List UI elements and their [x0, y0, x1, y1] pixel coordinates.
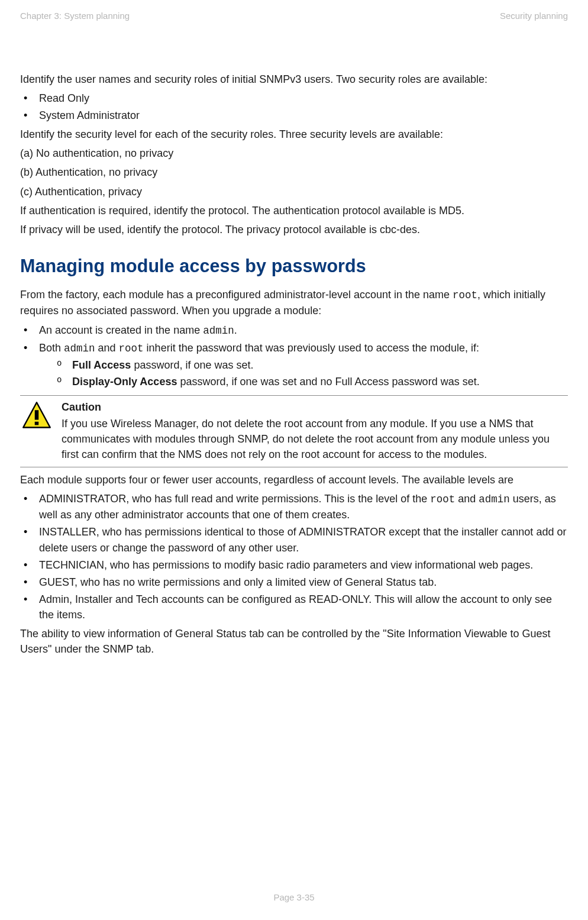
account-levels-list: ADMINISTRATOR, who has full read and wri… — [20, 491, 568, 622]
text-fragment: and — [95, 342, 119, 354]
svg-rect-1 — [35, 411, 39, 420]
list-item: An account is created in the name admin. — [20, 322, 568, 338]
sub-list: Full Access password, if one was set. Di… — [39, 357, 568, 389]
text-fragment: From the factory, each module has a prec… — [20, 289, 453, 301]
page: Chapter 3: System planning Security plan… — [0, 0, 588, 920]
security-level-b: (b) Authentication, no privacy — [20, 164, 568, 180]
header-right: Security planning — [500, 11, 568, 21]
code-root: root — [119, 343, 144, 354]
security-level-c: (c) Authentication, privacy — [20, 184, 568, 199]
text-fragment: Both — [39, 342, 64, 354]
list-item: System Administrator — [20, 108, 568, 123]
list-item: TECHNICIAN, who has permissions to modif… — [20, 557, 568, 573]
section-heading-managing-passwords: Managing module access by passwords — [20, 253, 568, 279]
code-admin: admin — [64, 343, 95, 354]
page-header: Chapter 3: System planning Security plan… — [20, 11, 568, 21]
text-fragment: An account is created in the name — [39, 324, 203, 336]
list-item: Both admin and root inherit the password… — [20, 340, 568, 390]
privacy-protocol-paragraph: If privacy will be used, identify the pr… — [20, 222, 568, 237]
header-left: Chapter 3: System planning — [20, 11, 130, 21]
auth-protocol-paragraph: If authentication is required, identify … — [20, 203, 568, 218]
security-level-intro: Identify the security level for each of … — [20, 127, 568, 142]
upgrade-list: An account is created in the name admin.… — [20, 322, 568, 390]
roles-list: Read Only System Administrator — [20, 91, 568, 123]
text-fragment: password, if one was set and no Full Acc… — [177, 376, 479, 388]
list-item: Read Only — [20, 91, 568, 106]
page-footer: Page 3-35 — [20, 864, 568, 905]
code-admin: admin — [479, 493, 510, 505]
intro-paragraph: Identify the user names and security rol… — [20, 72, 568, 87]
list-item: Admin, Installer and Tech accounts can b… — [20, 592, 568, 622]
text-fragment: inherit the password that was previously… — [144, 342, 479, 354]
page-content: Identify the user names and security rol… — [20, 68, 568, 864]
caution-text: Caution If you use Wireless Manager, do … — [62, 399, 568, 461]
list-item: ADMINISTRATOR, who has full read and wri… — [20, 491, 568, 522]
closing-paragraph: The ability to view information of Gener… — [20, 626, 568, 657]
text-fragment: . — [234, 324, 237, 336]
caution-box: Caution If you use Wireless Manager, do … — [20, 395, 568, 467]
bold-label: Display-Only Access — [72, 376, 177, 388]
code-admin: admin — [203, 325, 234, 337]
svg-rect-2 — [35, 422, 39, 425]
caution-body: If you use Wireless Manager, do not dele… — [62, 416, 563, 462]
caution-icon — [20, 399, 52, 461]
bold-label: Full Access — [72, 359, 131, 371]
caution-title: Caution — [62, 399, 563, 415]
text-fragment: password, if one was set. — [131, 359, 253, 371]
code-root: root — [453, 289, 477, 301]
list-item: Full Access password, if one was set. — [39, 357, 568, 373]
text-fragment: and — [455, 493, 479, 505]
factory-default-paragraph: From the factory, each module has a prec… — [20, 287, 568, 318]
text-fragment: ADMINISTRATOR, who has full read and wri… — [39, 493, 430, 505]
security-level-a: (a) No authentication, no privacy — [20, 146, 568, 161]
list-item: GUEST, who has no write permissions and … — [20, 574, 568, 590]
list-item: INSTALLER, who has permissions identical… — [20, 524, 568, 555]
list-item: Display-Only Access password, if one was… — [39, 374, 568, 389]
code-root: root — [430, 493, 455, 505]
accounts-intro-paragraph: Each module supports four or fewer user … — [20, 472, 568, 488]
